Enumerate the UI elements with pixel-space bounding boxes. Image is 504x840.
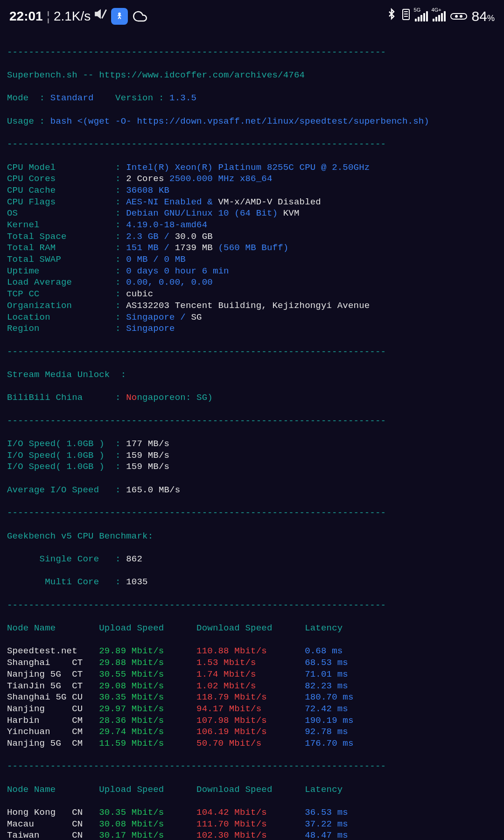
divider: ----------------------------------------…: [7, 139, 502, 150]
latency: 72.42 ms: [305, 704, 348, 714]
col-latency: Latency: [305, 623, 343, 633]
speedtest-row: Yinchuan CM 29.74 Mbit/s 106.19 Mbit/s 9…: [7, 726, 502, 738]
status-right: 5G 4G+ 84%: [386, 7, 495, 25]
sim-icon: [402, 8, 410, 25]
sysinfo-val: Singapore /: [126, 312, 191, 322]
download-speed: 106.19 Mbit/s: [196, 727, 305, 737]
sysinfo-row: Total Space : 2.3 GB / 30.0 GB: [7, 231, 502, 243]
sysinfo-label: CPU Model: [7, 162, 115, 173]
latency: 0.68 ms: [305, 646, 343, 656]
io-value: 177 MB/s: [126, 439, 169, 449]
speedtest-row: Speedtest.net 29.89 Mbit/s 110.88 Mbit/s…: [7, 645, 502, 657]
col-upload: Upload Speed: [99, 784, 196, 795]
mode-value: Standard: [50, 93, 94, 103]
upload-speed: 30.08 Mbit/s: [99, 819, 196, 829]
sysinfo-label: Region: [7, 323, 115, 334]
colon: :: [115, 485, 126, 495]
sysinfo-val: (560 MB Buff): [218, 243, 289, 253]
sysinfo-val: Debian GNU/Linux 10 (64 Bit): [126, 208, 278, 218]
divider: ----------------------------------------…: [7, 761, 502, 772]
sysinfo-label: Location: [7, 312, 115, 322]
sysinfo-val: AES-NI Enabled &: [126, 197, 218, 207]
colon: :: [115, 277, 126, 287]
node-name: Harbin CM: [7, 715, 99, 726]
download-speed: 104.42 Mbit/s: [196, 807, 305, 818]
mode-label: Mode :: [7, 93, 50, 103]
bilibili-no: No: [126, 392, 137, 403]
svg-line-0: [102, 10, 106, 19]
download-speed: 1.74 Mbit/s: [196, 669, 305, 679]
speedtest-row: Shanghai 5G CU 30.35 Mbit/s 118.79 Mbit/…: [7, 692, 502, 703]
node-name: Nanjing 5G CT: [7, 669, 99, 679]
version-value: 1.3.5: [169, 93, 196, 103]
col-node: Node Name: [7, 784, 99, 795]
col-download: Download Speed: [196, 784, 305, 795]
sysinfo-row: Total RAM : 151 MB / 1739 MB (560 MB Buf…: [7, 242, 502, 254]
status-net-speed: 2.1K/s: [54, 8, 91, 25]
colon: :: [115, 439, 126, 449]
signal-2: 4G+: [433, 11, 446, 21]
upload-speed: 29.88 Mbit/s: [99, 658, 196, 668]
sysinfo-label: Organization: [7, 301, 115, 311]
colon: :: [115, 231, 126, 242]
speedtest-block-2: Hong Kong CN 30.35 Mbit/s 104.42 Mbit/s …: [7, 807, 502, 840]
node-name: Nanjing 5G CM: [7, 738, 99, 749]
io-label: I/O Speed( 1.0GB ): [7, 462, 115, 472]
stream-header: Stream Media Unlock :: [7, 369, 502, 381]
status-bar: 22:01 ¦ 2.1K/s 5G: [0, 0, 504, 30]
colon: :: [115, 208, 126, 218]
node-name: TianJin 5G CT: [7, 681, 99, 691]
sysinfo-val: 0 days 0 hour 6 min: [126, 266, 229, 276]
header-usage-line: Usage : bash <(wget -O- https://down.vps…: [7, 116, 502, 127]
latency: 48.47 ms: [305, 830, 348, 840]
sysinfo-val: VM-x/AMD-V Disabled: [218, 197, 321, 207]
download-speed: 50.70 Mbit/s: [196, 738, 305, 749]
geekbench-title: Geekbench v5 CPU Benchmark:: [7, 531, 502, 542]
sysinfo-val: 1739 MB: [175, 243, 218, 253]
latency: 190.19 ms: [305, 715, 353, 726]
cloud-icon: [132, 8, 148, 25]
sysinfo-val: Singapore: [126, 323, 175, 334]
sysinfo-row: Kernel : 4.19.0-18-amd64: [7, 219, 502, 231]
upload-speed: 29.08 Mbit/s: [99, 681, 196, 691]
io-row: I/O Speed( 1.0GB ) : 177 MB/s: [7, 438, 502, 450]
usage-label: Usage :: [7, 116, 50, 126]
io-avg-value: 165.0 MB/s: [126, 485, 180, 495]
usage-value: bash <(wget -O- https://down.vpsaff.net/…: [50, 116, 429, 126]
status-separator: ¦: [47, 8, 50, 25]
sysinfo-row: Uptime : 0 days 0 hour 6 min: [7, 266, 502, 277]
latency: 176.70 ms: [305, 738, 353, 749]
terminal-output[interactable]: ----------------------------------------…: [0, 30, 504, 840]
sysinfo-row: CPU Cores : 2 Cores 2500.000 MHz x86_64: [7, 173, 502, 185]
sysinfo-val: SG: [191, 312, 202, 322]
sysinfo-val: 2500.000 MHz x86_64: [169, 174, 272, 184]
sysinfo-row: OS : Debian GNU/Linux 10 (64 Bit) KVM: [7, 208, 502, 219]
divider: ----------------------------------------…: [7, 415, 502, 427]
download-speed: 118.79 Mbit/s: [196, 692, 305, 702]
sysinfo-row: Total SWAP : 0 MB / 0 MB: [7, 254, 502, 266]
sysinfo-val: 151 MB /: [126, 243, 175, 253]
geekbench-multi-value: 1035: [126, 577, 147, 587]
node-name: Shanghai CT: [7, 658, 99, 668]
colon: :: [115, 162, 126, 173]
sysinfo-val: 2.3 GB /: [126, 231, 175, 242]
io-label: I/O Speed( 1.0GB ): [7, 450, 115, 461]
sysinfo-row: Region : Singapore: [7, 323, 502, 335]
node-name: Shanghai 5G CU: [7, 692, 99, 702]
mute-icon: [94, 7, 107, 25]
latency: 37.22 ms: [305, 819, 348, 829]
col-node: Node Name: [7, 623, 99, 633]
sysinfo-val: AS132203 Tencent Building, Kejizhongyi A…: [126, 301, 370, 311]
divider: ----------------------------------------…: [7, 507, 502, 519]
sysinfo-row: Location : Singapore / SG: [7, 312, 502, 323]
download-speed: 1.53 Mbit/s: [196, 658, 305, 668]
io-value: 159 MB/s: [126, 462, 169, 472]
bilibili-rest: ngaporeon: SG): [137, 392, 212, 403]
sysinfo-label: Load Average: [7, 277, 115, 287]
upload-speed: 30.55 Mbit/s: [99, 669, 196, 679]
latency: 71.01 ms: [305, 669, 348, 679]
sysinfo-val: 30.0 GB: [175, 231, 213, 242]
speedtest-row: TianJin 5G CT 29.08 Mbit/s 1.02 Mbit/s 8…: [7, 680, 502, 692]
latency: 36.53 ms: [305, 807, 348, 818]
upload-speed: 30.17 Mbit/s: [99, 830, 196, 840]
